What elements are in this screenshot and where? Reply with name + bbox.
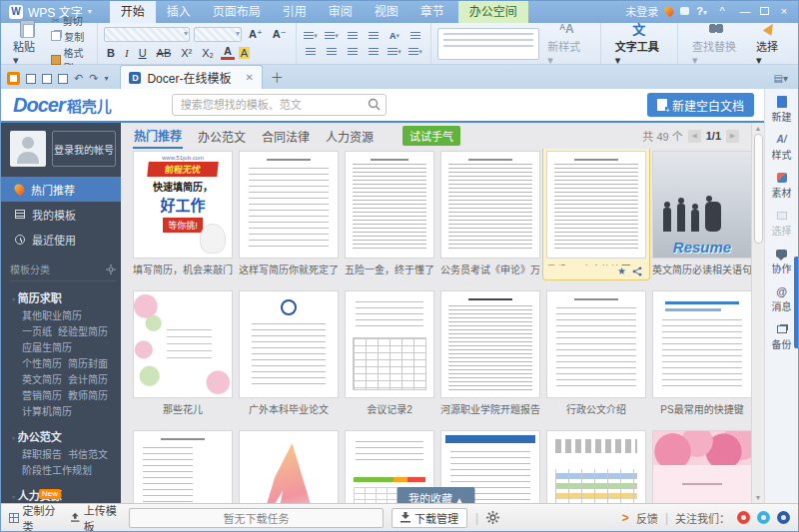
lucky-button[interactable]: 试试手气 bbox=[402, 126, 460, 146]
template-card[interactable]: 五险一金，终于懂了 bbox=[345, 151, 434, 276]
search-input[interactable] bbox=[172, 94, 387, 116]
tencent-weibo-icon[interactable] bbox=[757, 511, 770, 524]
template-title[interactable]: 填写简历，机会来敲门 bbox=[133, 262, 233, 276]
rightbar-style[interactable]: A/样式 bbox=[765, 133, 798, 162]
align-left-button[interactable] bbox=[303, 45, 320, 58]
redo-icon[interactable]: ↷ bbox=[89, 73, 98, 84]
undo-icon[interactable]: ↶ bbox=[74, 73, 83, 84]
content-tab-office[interactable]: 办公范文 bbox=[197, 124, 247, 148]
align-right-button[interactable] bbox=[345, 45, 362, 58]
wps-community-icon[interactable] bbox=[777, 511, 790, 524]
style-gallery[interactable] bbox=[437, 28, 540, 60]
sidebar-category-item[interactable]: 会计简历 bbox=[68, 372, 108, 388]
document-tab[interactable]: D Docer-在线模板 ✕ bbox=[120, 65, 262, 89]
sidebar-category-item[interactable]: 简历封面 bbox=[68, 356, 108, 372]
template-card[interactable] bbox=[652, 430, 751, 503]
font-size-select[interactable] bbox=[194, 27, 242, 42]
find-replace-button[interactable]: 查找替换 ▾ bbox=[684, 21, 748, 67]
bullet-list-button[interactable]: ▾ bbox=[303, 29, 320, 42]
template-title[interactable]: 五险一金，终于懂了 bbox=[345, 262, 434, 276]
category-group-title[interactable]: 办公范文 bbox=[12, 428, 116, 444]
template-thumbnail[interactable] bbox=[440, 151, 540, 259]
template-thumbnail[interactable] bbox=[546, 290, 646, 398]
sidebar-category-item[interactable]: 计算机简历 bbox=[22, 404, 72, 420]
template-card[interactable] bbox=[546, 430, 646, 503]
template-card[interactable]: 广外本科毕业论文 bbox=[239, 290, 339, 416]
new-style-button[interactable]: ᴬA 新样式 ▾ bbox=[539, 21, 593, 67]
favorites-button[interactable]: 我的收藏 ▲ bbox=[397, 487, 475, 503]
restore-button[interactable] bbox=[760, 7, 769, 15]
scroll-up-icon[interactable]: ▲ bbox=[755, 123, 762, 134]
template-thumbnail[interactable] bbox=[239, 151, 339, 259]
close-tab-icon[interactable]: ✕ bbox=[245, 72, 253, 83]
tab-view[interactable]: 视图 bbox=[364, 0, 409, 23]
bold-button[interactable]: B bbox=[104, 47, 118, 59]
template-thumbnail-pink[interactable] bbox=[652, 430, 751, 503]
increase-indent-button[interactable] bbox=[366, 29, 383, 42]
template-thumbnail-crest[interactable] bbox=[239, 290, 339, 398]
prev-page-button[interactable]: ◀ bbox=[688, 130, 701, 143]
sidebar-item-recent[interactable]: 最近使用 bbox=[1, 227, 121, 252]
align-center-button[interactable] bbox=[324, 45, 341, 58]
template-thumbnail-table[interactable] bbox=[345, 290, 434, 398]
new-blank-doc-button[interactable]: 新建空白文档 bbox=[647, 93, 754, 117]
copy-button[interactable]: 复制 bbox=[51, 29, 91, 44]
superscript-button[interactable]: X² bbox=[178, 47, 195, 59]
rightbar-material[interactable]: 素材 bbox=[765, 171, 798, 200]
rightbar-new[interactable]: 新建 bbox=[765, 95, 798, 124]
template-title[interactable]: 广外本科毕业论文 bbox=[239, 401, 339, 416]
template-thumbnail-floral[interactable] bbox=[133, 290, 233, 398]
minimize-button[interactable]: — bbox=[737, 5, 753, 17]
template-title[interactable]: 河源职业学院开题报告 bbox=[440, 401, 540, 416]
login-button[interactable]: 登录我的帐号 bbox=[52, 131, 116, 167]
font-family-select[interactable] bbox=[104, 27, 190, 42]
favorite-star-icon[interactable]: ★ bbox=[617, 266, 626, 276]
highlight-button[interactable]: A bbox=[239, 47, 250, 59]
template-title[interactable]: 英文简历必读相关语句 bbox=[652, 262, 751, 276]
sidebar-category-item[interactable]: 一页纸 bbox=[22, 324, 52, 340]
template-card[interactable] bbox=[239, 430, 339, 503]
skin-icon[interactable] bbox=[680, 7, 689, 15]
template-title[interactable]: 那些花儿 bbox=[133, 401, 233, 416]
subscript-button[interactable]: X₂ bbox=[199, 47, 217, 59]
sidebar-category-item[interactable]: 营销简历 bbox=[22, 388, 62, 404]
tab-insert[interactable]: 插入 bbox=[156, 0, 202, 23]
line-spacing-button[interactable]: ▾ bbox=[387, 45, 403, 58]
scrollbar-thumb[interactable] bbox=[754, 134, 763, 244]
feedback-link[interactable]: 反馈 bbox=[636, 510, 658, 526]
sidebar-category-item[interactable]: 英文简历 bbox=[22, 372, 62, 388]
toolbar-options-caret[interactable]: ▾ bbox=[104, 75, 108, 83]
template-card[interactable]: 会议记录2 bbox=[345, 290, 434, 416]
template-thumbnail[interactable] bbox=[345, 151, 434, 259]
settings-gear-icon[interactable] bbox=[486, 511, 499, 524]
sidebar-category-item[interactable]: 阶段性工作规划 bbox=[22, 463, 92, 479]
template-thumbnail[interactable] bbox=[440, 290, 540, 398]
shading-button[interactable]: ▾ bbox=[407, 45, 424, 58]
gear-icon[interactable] bbox=[106, 265, 116, 274]
content-tab-hr[interactable]: 人力资源 bbox=[325, 124, 375, 148]
category-group-title[interactable]: 简历求职 bbox=[12, 289, 116, 305]
upload-template-button[interactable]: 上传模板 bbox=[71, 502, 121, 532]
tab-office-space[interactable]: 办公空间 bbox=[458, 0, 528, 23]
font-color-button[interactable]: A bbox=[221, 45, 235, 60]
template-title[interactable]: 会议记录2 bbox=[345, 401, 434, 416]
sidebar-category-item[interactable]: 个性简历 bbox=[22, 356, 62, 372]
sidebar-category-item[interactable]: 教师简历 bbox=[68, 388, 108, 404]
sidebar-category-item[interactable]: 应届生简历 bbox=[22, 340, 72, 356]
sidebar-item-hot[interactable]: 热门推荐 bbox=[1, 177, 121, 202]
sidebar-category-item[interactable]: 辞职报告 bbox=[22, 447, 62, 463]
template-title[interactable]: 行政公文介绍 bbox=[546, 401, 646, 416]
sidebar-item-my-templates[interactable]: 我的模板 bbox=[1, 202, 121, 227]
template-thumbnail-curves[interactable] bbox=[239, 430, 339, 503]
new-document-icon[interactable] bbox=[58, 74, 68, 84]
template-card[interactable]: PS最常用的快捷键 bbox=[652, 290, 751, 416]
expand-icon[interactable]: > bbox=[622, 511, 629, 525]
customize-category-button[interactable]: 定制分类 bbox=[9, 502, 59, 532]
save-icon[interactable] bbox=[26, 74, 36, 84]
template-thumbnail[interactable] bbox=[133, 430, 233, 503]
template-card[interactable]: 行政公文介绍 bbox=[546, 290, 646, 416]
template-title[interactable]: 最受HR欢迎的简历—.. bbox=[546, 262, 646, 266]
sidebar-category-item[interactable]: 经验型简历 bbox=[58, 324, 108, 340]
view-switch-icon[interactable]: ▤▾ bbox=[764, 73, 798, 89]
sidebar-category-item[interactable]: 书信范文 bbox=[68, 447, 108, 463]
